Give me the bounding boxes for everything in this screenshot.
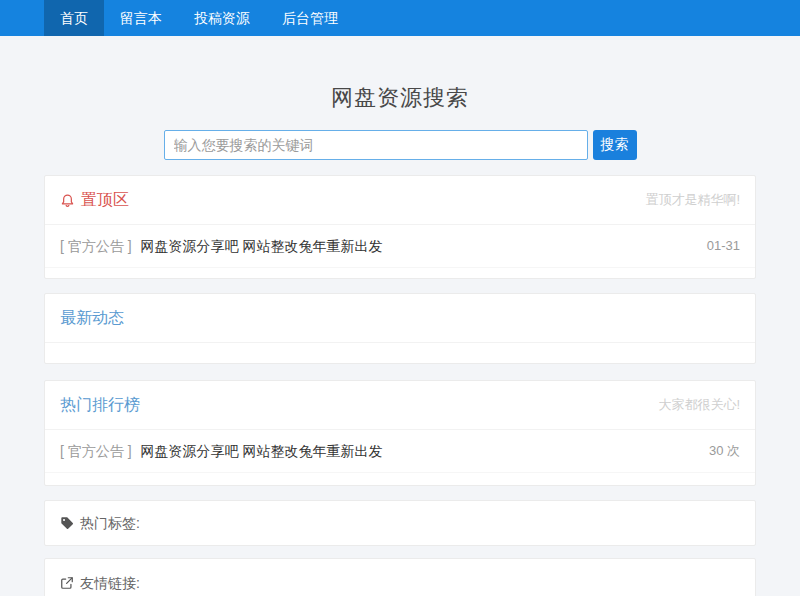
nav-item-submit-resources[interactable]: 投稿资源	[178, 0, 266, 36]
friend-links-label: 友情链接:	[80, 573, 140, 593]
post-title-link[interactable]: 网盘资源分享吧 网站整改兔年重新出发	[141, 236, 383, 256]
hot-tags-panel: 热门标签:	[44, 500, 756, 546]
hot-ranking-panel: 热门排行榜 大家都很关心! [ 官方公告 ] 网盘资源分享吧 网站整改兔年重新出…	[44, 380, 756, 486]
hot-tags-label: 热门标签:	[80, 513, 140, 533]
external-link-icon	[60, 576, 74, 590]
pinned-panel-subtitle: 置顶才是精华啊!	[645, 191, 740, 209]
tag-icon	[60, 516, 74, 530]
hot-ranking-panel-title: 热门排行榜	[60, 394, 140, 416]
hot-ranking-panel-title-text: 热门排行榜	[60, 394, 140, 416]
search-input[interactable]	[164, 130, 588, 160]
latest-panel: 最新动态	[44, 293, 756, 364]
search-button[interactable]: 搜索	[593, 130, 637, 160]
post-category-tag: [ 官方公告 ]	[60, 236, 132, 256]
pinned-panel: 置顶区 置顶才是精华啊! [ 官方公告 ] 网盘资源分享吧 网站整改兔年重新出发…	[44, 175, 756, 279]
post-title-link[interactable]: 网盘资源分享吧 网站整改兔年重新出发	[141, 441, 383, 461]
page-title: 网盘资源搜索	[44, 83, 756, 113]
nav-item-home[interactable]: 首页	[44, 0, 104, 36]
post-view-count: 30 次	[709, 441, 740, 461]
top-navbar: 首页 留言本 投稿资源 后台管理	[0, 0, 800, 36]
hot-ranking-panel-subtitle: 大家都很关心!	[658, 396, 740, 414]
hot-tags-line: 热门标签:	[45, 501, 755, 545]
friend-links-panel: 友情链接:	[44, 558, 756, 596]
latest-panel-header: 最新动态	[45, 294, 755, 343]
panel-footer-spacer	[45, 268, 755, 278]
pinned-panel-title-text: 置顶区	[81, 189, 129, 211]
friend-links-line: 友情链接:	[45, 559, 755, 596]
bell-icon	[60, 193, 75, 208]
pinned-panel-header: 置顶区 置顶才是精华啊!	[45, 176, 755, 225]
hot-ranking-panel-header: 热门排行榜 大家都很关心!	[45, 381, 755, 430]
post-category-tag: [ 官方公告 ]	[60, 441, 132, 461]
search-bar: 搜索	[44, 130, 756, 160]
nav-item-guestbook[interactable]: 留言本	[104, 0, 178, 36]
latest-panel-empty-body	[45, 343, 755, 363]
panel-footer-spacer	[45, 473, 755, 485]
pinned-panel-title: 置顶区	[60, 189, 129, 211]
latest-panel-title: 最新动态	[60, 307, 124, 329]
nav-item-admin[interactable]: 后台管理	[266, 0, 354, 36]
hot-list-item[interactable]: [ 官方公告 ] 网盘资源分享吧 网站整改兔年重新出发 30 次	[45, 430, 755, 473]
main-container: 网盘资源搜索 搜索 置顶区 置顶才是精华啊! [ 官方公告 ] 网盘资源分享吧 …	[44, 83, 756, 596]
post-date: 01-31	[707, 236, 740, 256]
latest-panel-title-text: 最新动态	[60, 307, 124, 329]
pinned-list-item[interactable]: [ 官方公告 ] 网盘资源分享吧 网站整改兔年重新出发 01-31	[45, 225, 755, 268]
